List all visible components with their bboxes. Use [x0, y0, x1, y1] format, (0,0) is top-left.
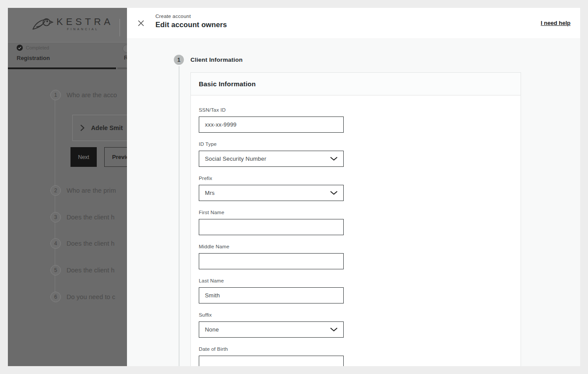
- suffix-select[interactable]: None: [199, 321, 344, 338]
- field-label: Date of Birth: [199, 346, 513, 352]
- background-top-bar: KESTRA FINANCIAL: [8, 8, 127, 42]
- brand-name: KESTRA: [56, 17, 113, 27]
- last-name-input: [205, 292, 338, 299]
- close-icon[interactable]: [137, 20, 145, 28]
- question-connector-line: [55, 100, 55, 293]
- first-name-input-box[interactable]: [199, 219, 344, 235]
- question-number-badge: 6: [50, 292, 61, 302]
- owner-name: Adele Smit: [91, 124, 123, 131]
- brand-tagline: FINANCIAL: [67, 28, 113, 31]
- select-value: None: [205, 326, 219, 333]
- date-of-birth-input: [205, 360, 338, 366]
- chevron-down-icon: [330, 328, 338, 332]
- select-value: Social Security Number: [205, 155, 266, 162]
- question-text: Who are the acco: [67, 92, 117, 99]
- date-of-birth-input-box[interactable]: [199, 356, 344, 366]
- question-row[interactable]: 5 Does the client h: [50, 265, 115, 275]
- active-tab-underline: [8, 67, 116, 69]
- edit-account-owners-modal: Create account Edit account owners I nee…: [127, 8, 580, 366]
- field-ssn-tax-id: SSN/Tax ID: [199, 107, 513, 133]
- question-text: Does the client h: [67, 267, 115, 274]
- field-label: Last Name: [199, 278, 513, 283]
- previous-button[interactable]: Previo: [104, 147, 127, 167]
- dimmed-background-page: KESTRA FINANCIAL Completed Registration: [8, 8, 127, 366]
- step-status: Completed: [26, 45, 49, 50]
- chevron-down-icon: [330, 191, 338, 195]
- middle-name-input: [205, 258, 338, 265]
- help-link[interactable]: I need help: [541, 20, 570, 26]
- last-name-input-box[interactable]: [199, 287, 344, 303]
- question-number-badge: 4: [50, 238, 61, 249]
- completed-check-icon: [17, 45, 23, 51]
- question-number-badge: 5: [50, 265, 61, 275]
- question-text: Does the client h: [67, 214, 115, 221]
- next-button[interactable]: Next: [70, 147, 97, 167]
- section-step-label: Client Information: [190, 56, 243, 63]
- field-label: Prefix: [199, 176, 513, 181]
- header-divider: [120, 19, 120, 36]
- stepper-tab-registration[interactable]: Completed Registration: [17, 45, 50, 61]
- question-number-badge: 2: [50, 185, 61, 196]
- stepper-tab-next[interactable]: R: [117, 42, 127, 69]
- field-prefix: Prefix Mrs: [199, 176, 513, 201]
- field-label: Suffix: [199, 312, 513, 318]
- ssn-tax-id-input-box[interactable]: [199, 116, 344, 133]
- question-number-badge: 1: [50, 90, 61, 100]
- app-window: KESTRA FINANCIAL Completed Registration: [8, 8, 580, 366]
- step-number-badge: 1: [174, 55, 184, 65]
- card-section-title: Basic Information: [190, 72, 521, 95]
- field-suffix: Suffix None: [199, 312, 513, 338]
- ssn-tax-id-input: [205, 121, 338, 128]
- modal-title: Edit account owners: [155, 21, 227, 29]
- field-label: First Name: [199, 210, 513, 215]
- question-number-badge: 3: [50, 212, 61, 222]
- question-row[interactable]: 4 Does the client h: [50, 238, 115, 249]
- modal-eyebrow: Create account: [155, 14, 191, 19]
- account-owner-row[interactable]: Adele Smit: [72, 115, 127, 141]
- field-label: SSN/Tax ID: [199, 107, 513, 113]
- step-connector-line: [179, 66, 180, 366]
- kestra-logo: KESTRA FINANCIAL: [32, 15, 113, 32]
- wizard-stepper: Completed Registration R: [8, 42, 127, 69]
- kestra-bird-icon: [32, 15, 53, 32]
- inactive-tab-underline: [117, 67, 127, 69]
- question-row[interactable]: 1 Who are the acco: [50, 90, 117, 100]
- field-label: Middle Name: [199, 244, 513, 249]
- question-row[interactable]: 3 Does the client h: [50, 212, 115, 222]
- modal-header: Create account Edit account owners I nee…: [127, 8, 580, 39]
- field-label: ID Type: [199, 141, 513, 147]
- question-text: Do you need to c: [67, 293, 115, 300]
- field-first-name: First Name: [199, 210, 513, 235]
- question-row[interactable]: 2 Who are the prim: [50, 185, 116, 196]
- chevron-right-icon: [80, 124, 85, 131]
- question-row[interactable]: 6 Do you need to c: [50, 292, 115, 302]
- field-date-of-birth: Date of Birth: [199, 346, 513, 366]
- basic-information-card: Basic Information SSN/Tax ID ID Type Soc…: [190, 72, 521, 366]
- field-middle-name: Middle Name: [199, 244, 513, 269]
- middle-name-input-box[interactable]: [199, 253, 344, 269]
- step-circle-icon: [123, 45, 127, 53]
- fields-container: SSN/Tax ID ID Type Social Security Numbe…: [190, 95, 521, 366]
- question-text: Does the client h: [67, 240, 115, 247]
- select-value: Mrs: [205, 190, 215, 196]
- field-id-type: ID Type Social Security Number: [199, 141, 513, 167]
- first-name-input: [205, 224, 338, 230]
- chevron-down-icon: [330, 157, 338, 161]
- step-label-partial: R: [124, 54, 127, 61]
- question-text: Who are the prim: [67, 187, 116, 194]
- field-last-name: Last Name: [199, 278, 513, 303]
- prefix-select[interactable]: Mrs: [199, 185, 344, 201]
- id-type-select[interactable]: Social Security Number: [199, 151, 344, 167]
- step-label: Registration: [17, 55, 50, 61]
